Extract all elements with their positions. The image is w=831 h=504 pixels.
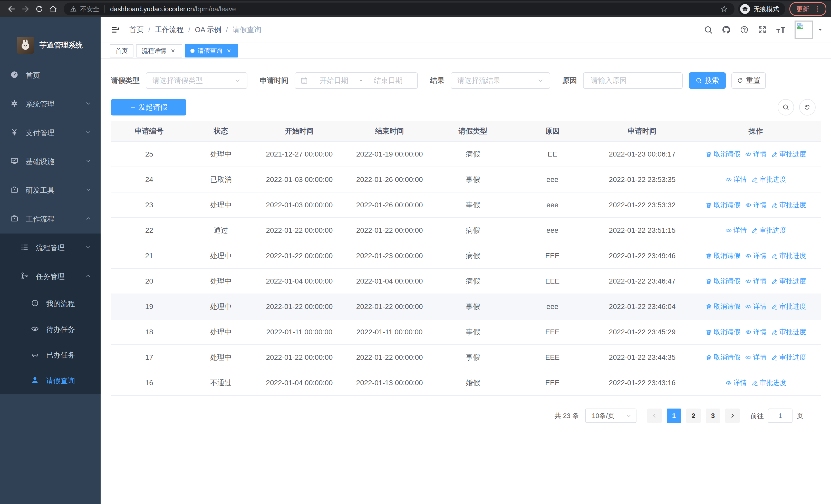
action-progress[interactable]: 审批进度 xyxy=(751,378,786,387)
action-detail[interactable]: 详情 xyxy=(745,277,767,286)
table-row[interactable]: 25处理中2021-12-27 00:00:002022-01-19 00:00… xyxy=(111,142,821,167)
refresh-table-button[interactable] xyxy=(799,99,815,116)
cell-id: 16 xyxy=(111,379,188,387)
chevron-down-icon xyxy=(235,78,241,84)
chevron-left-icon xyxy=(651,413,658,419)
github-button[interactable] xyxy=(722,25,731,34)
breadcrumb-item[interactable]: 首页 xyxy=(130,25,144,35)
tab-close-icon[interactable] xyxy=(169,47,177,54)
table-row[interactable]: 24已取消2022-01-03 00:00:002022-01-26 00:00… xyxy=(111,167,821,192)
action-cancel[interactable]: 取消请假 xyxy=(706,327,740,336)
action-progress[interactable]: 审批进度 xyxy=(771,150,806,158)
sidebar-item-system-management[interactable]: 系统管理 xyxy=(0,90,101,119)
fullscreen-button[interactable] xyxy=(757,25,767,34)
result-select[interactable]: 请选择流结果 xyxy=(451,72,550,89)
action-progress[interactable]: 审批进度 xyxy=(751,226,786,235)
table-row[interactable]: 18处理中2022-01-11 00:00:002022-01-11 00:00… xyxy=(111,320,821,345)
action-progress[interactable]: 审批进度 xyxy=(751,175,786,184)
search-button[interactable]: 搜索 xyxy=(689,72,726,89)
reason-input[interactable] xyxy=(590,76,676,85)
sidebar-toggle-button[interactable] xyxy=(108,22,123,37)
sidebar-item-home[interactable]: 首页 xyxy=(0,61,101,90)
page-button-3[interactable]: 3 xyxy=(706,409,720,423)
action-cancel[interactable]: 取消请假 xyxy=(706,302,740,311)
next-page-button[interactable] xyxy=(725,409,740,423)
font-size-button[interactable] xyxy=(776,25,786,35)
avatar-caret-down-icon[interactable] xyxy=(818,27,823,32)
action-progress[interactable]: 审批进度 xyxy=(771,277,806,286)
sidebar-item-workflow[interactable]: 工作流程 xyxy=(0,205,101,234)
table-row[interactable]: 17处理中2022-01-22 00:00:002022-01-22 00:00… xyxy=(111,345,821,370)
action-detail[interactable]: 详情 xyxy=(745,251,767,260)
address-bar[interactable]: 不安全 dashboard.yudao.iocoder.cn /bpm/oa/l… xyxy=(64,3,735,16)
page-size-select[interactable]: 10条/页 xyxy=(585,409,636,423)
action-detail[interactable]: 详情 xyxy=(745,150,767,158)
tab-close-icon[interactable] xyxy=(225,47,232,54)
table-row[interactable]: 20处理中2022-01-04 00:00:002022-01-04 00:00… xyxy=(111,269,821,294)
browser-reload-button[interactable] xyxy=(32,2,46,16)
cell-end_time: 2022-01-26 00:00:00 xyxy=(344,176,434,184)
security-chip[interactable]: 不安全 xyxy=(70,5,99,13)
action-detail[interactable]: 详情 xyxy=(745,327,767,336)
page-button-2[interactable]: 2 xyxy=(686,409,700,423)
tab-请假查询[interactable]: 请假查询 xyxy=(185,44,238,58)
action-cancel[interactable]: 取消请假 xyxy=(706,200,740,209)
action-detail[interactable]: 详情 xyxy=(745,302,767,311)
question-button[interactable] xyxy=(740,25,749,34)
table-row[interactable]: 19处理中2022-01-22 00:00:002022-01-22 00:00… xyxy=(111,294,821,320)
leave-type-select[interactable]: 请选择请假类型 xyxy=(146,72,248,89)
action-cancel[interactable]: 取消请假 xyxy=(706,353,740,362)
table-row[interactable]: 21处理中2022-01-22 00:00:002022-01-23 00:00… xyxy=(111,243,821,269)
apply-time-range-picker[interactable]: 开始日期 - 结束日期 xyxy=(295,72,418,89)
col-end_time: 结束时间 xyxy=(344,126,434,136)
action-detail[interactable]: 详情 xyxy=(745,200,767,209)
reset-button[interactable]: 重置 xyxy=(732,72,766,89)
action-progress[interactable]: 审批进度 xyxy=(771,353,806,362)
action-progress[interactable]: 审批进度 xyxy=(771,200,806,209)
action-progress[interactable]: 审批进度 xyxy=(771,251,806,260)
trash-icon xyxy=(706,329,712,335)
sidebar-item-todo-tasks[interactable]: 待办任务 xyxy=(0,317,101,342)
action-cancel[interactable]: 取消请假 xyxy=(706,251,740,260)
menu-dots-icon[interactable] xyxy=(814,5,821,12)
prev-page-button[interactable] xyxy=(647,409,662,423)
table-row[interactable]: 22通过2022-01-22 00:00:002022-01-22 00:00:… xyxy=(111,218,821,243)
bookmark-star-icon[interactable] xyxy=(720,5,728,13)
table-row[interactable]: 23处理中2022-01-03 00:00:002022-01-26 00:00… xyxy=(111,192,821,218)
action-detail[interactable]: 详情 xyxy=(725,226,747,235)
breadcrumb-item[interactable]: OA 示例 xyxy=(195,25,222,35)
sidebar-item-process-management[interactable]: 流程管理 xyxy=(0,234,101,262)
avatar[interactable] xyxy=(795,21,813,39)
browser-back-button[interactable] xyxy=(5,2,19,16)
tab-首页[interactable]: 首页 xyxy=(110,44,134,58)
sidebar-item-task-management[interactable]: 任务管理 xyxy=(0,262,101,291)
create-leave-button[interactable]: 发起请假 xyxy=(111,99,186,116)
search-button[interactable] xyxy=(704,25,713,34)
goto-label: 前往 xyxy=(750,411,764,420)
eye-icon xyxy=(745,354,752,361)
browser-forward-button[interactable] xyxy=(19,2,32,16)
browser-update-button[interactable]: 更新 xyxy=(790,2,826,16)
sidebar-item-infrastructure[interactable]: 基础设施 xyxy=(0,147,101,176)
table-row[interactable]: 16不通过2022-01-04 00:00:002022-01-13 00:00… xyxy=(111,370,821,396)
sidebar-item-done-tasks[interactable]: 已办任务 xyxy=(0,342,101,368)
breadcrumb-item[interactable]: 工作流程 xyxy=(155,25,184,35)
action-cancel[interactable]: 取消请假 xyxy=(706,150,740,158)
browser-home-button[interactable] xyxy=(46,2,60,16)
sidebar-item-dev-tools[interactable]: 研发工具 xyxy=(0,176,101,205)
goto-page-input[interactable] xyxy=(768,409,793,423)
sidebar-item-my-process[interactable]: 我的流程 xyxy=(0,291,101,317)
sidebar-item-leave-query[interactable]: 请假查询 xyxy=(0,368,101,394)
action-detail[interactable]: 详情 xyxy=(745,353,767,362)
sidebar-item-payment-management[interactable]: 支付管理 xyxy=(0,119,101,147)
action-cancel[interactable]: 取消请假 xyxy=(706,277,740,286)
app-logo[interactable]: 芋道管理系统 xyxy=(0,17,101,61)
action-progress[interactable]: 审批进度 xyxy=(771,327,806,336)
action-detail[interactable]: 详情 xyxy=(725,175,747,184)
action-progress[interactable]: 审批进度 xyxy=(771,302,806,311)
page-button-1[interactable]: 1 xyxy=(667,409,681,423)
tab-流程详情[interactable]: 流程详情 xyxy=(136,44,182,58)
action-detail[interactable]: 详情 xyxy=(725,378,747,387)
toggle-search-button[interactable] xyxy=(778,99,794,116)
col-leave_type: 请假类型 xyxy=(434,126,511,136)
